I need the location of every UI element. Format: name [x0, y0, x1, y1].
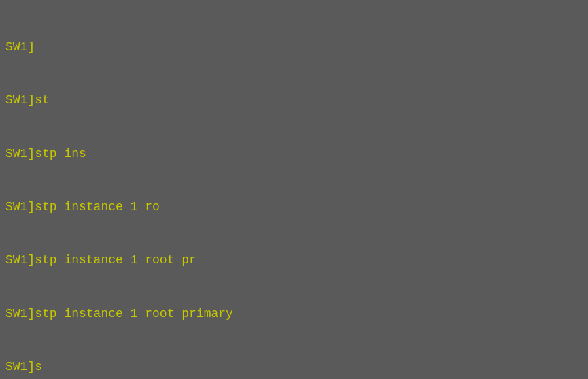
terminal-line-6: SW1]stp instance 1 root primary — [5, 305, 583, 323]
terminal-line-2: SW1]st — [5, 91, 583, 109]
terminal-line-7: SW1]s — [5, 358, 583, 376]
terminal-line-1: SW1] — [5, 38, 583, 56]
terminal-line-3: SW1]stp ins — [5, 145, 583, 163]
terminal-line-5: SW1]stp instance 1 root pr — [5, 251, 583, 269]
terminal-window: SW1] SW1]st SW1]stp ins SW1]stp instance… — [0, 0, 588, 379]
terminal-line-4: SW1]stp instance 1 ro — [5, 198, 583, 216]
